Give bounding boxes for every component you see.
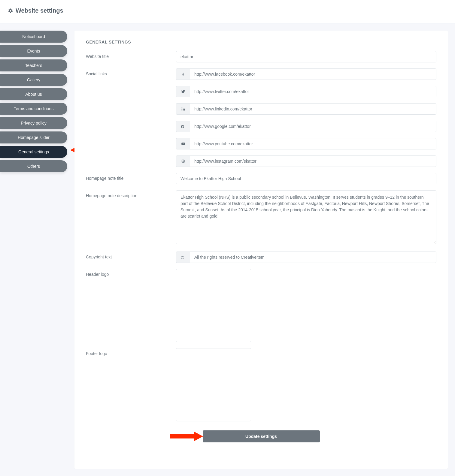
sidebar: Noticeboard Events Teachers Gallery Abou…	[0, 31, 67, 469]
update-settings-button[interactable]: Update settings	[203, 430, 320, 442]
twitter-icon	[176, 86, 190, 97]
sidebar-item-about[interactable]: About us	[0, 88, 67, 100]
label-header-logo: Header logo	[86, 269, 176, 277]
instagram-input[interactable]	[190, 155, 436, 167]
label-homepage-note-desc: Homepage note description	[86, 190, 176, 198]
sidebar-item-privacy[interactable]: Privacy policy	[0, 117, 67, 129]
sidebar-item-label: Events	[27, 49, 40, 53]
sidebar-item-others[interactable]: Others	[0, 160, 67, 172]
sidebar-item-label: About us	[25, 92, 42, 97]
copyright-input[interactable]	[190, 252, 436, 263]
homepage-note-title-input[interactable]	[176, 173, 436, 184]
sidebar-item-label: General settings	[18, 149, 49, 154]
button-label: Update settings	[245, 434, 277, 439]
annotation-arrow	[170, 430, 203, 442]
svg-point-2	[183, 161, 184, 162]
header-logo-upload[interactable]	[176, 269, 251, 342]
sidebar-item-label: Terms and conditions	[14, 106, 53, 111]
label-website-title: Website title	[86, 51, 176, 59]
sidebar-item-gallery[interactable]: Gallery	[0, 74, 67, 86]
sidebar-item-teachers[interactable]: Teachers	[0, 59, 67, 71]
label-homepage-note-title: Homepage note title	[86, 173, 176, 181]
website-title-input[interactable]	[176, 51, 436, 62]
sidebar-item-label: Homepage slider	[18, 135, 50, 140]
sidebar-item-terms[interactable]: Terms and conditions	[0, 103, 67, 115]
instagram-icon	[176, 155, 190, 167]
label-social-links: Social links	[86, 68, 176, 76]
sidebar-item-events[interactable]: Events	[0, 45, 67, 57]
svg-point-3	[184, 160, 184, 161]
youtube-icon	[176, 138, 190, 149]
sidebar-item-noticeboard[interactable]: Noticeboard	[0, 31, 67, 43]
label-footer-logo: Footer logo	[86, 348, 176, 356]
settings-panel: GENERAL SETTINGS Website title Social li…	[74, 31, 448, 469]
sidebar-item-label: Teachers	[25, 63, 42, 68]
copyright-icon: ©	[176, 252, 190, 263]
homepage-note-desc-textarea[interactable]	[176, 190, 436, 244]
page-title: Website settings	[16, 7, 63, 14]
linkedin-input[interactable]	[190, 103, 436, 115]
sidebar-item-label: Others	[27, 164, 40, 169]
svg-marker-4	[170, 432, 203, 441]
page-header: Website settings	[0, 0, 455, 23]
panel-heading: GENERAL SETTINGS	[86, 40, 436, 44]
gear-icon	[8, 8, 13, 14]
label-copyright: Copyright text	[86, 252, 176, 259]
google-input[interactable]	[190, 121, 436, 132]
twitter-input[interactable]	[190, 86, 436, 97]
youtube-input[interactable]	[190, 138, 436, 149]
facebook-icon	[176, 68, 190, 80]
linkedin-icon	[176, 103, 190, 115]
sidebar-item-general-settings[interactable]: General settings	[0, 146, 67, 158]
sidebar-item-label: Privacy policy	[21, 121, 47, 125]
sidebar-item-slider[interactable]: Homepage slider	[0, 131, 67, 143]
sidebar-item-label: Gallery	[27, 77, 40, 82]
footer-logo-upload[interactable]	[176, 348, 251, 421]
facebook-input[interactable]	[190, 68, 436, 80]
sidebar-item-label: Noticeboard	[22, 34, 45, 39]
google-icon: G	[176, 121, 190, 132]
